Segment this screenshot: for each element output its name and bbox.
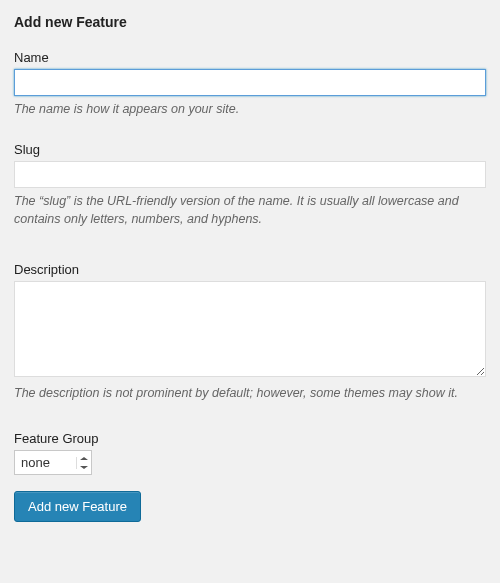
page-title: Add new Feature	[14, 14, 486, 30]
name-help-text: The name is how it appears on your site.	[14, 100, 486, 118]
description-label: Description	[14, 262, 486, 277]
name-label: Name	[14, 50, 486, 65]
slug-help-text: The “slug” is the URL-friendly version o…	[14, 192, 486, 228]
description-textarea[interactable]	[14, 281, 486, 377]
chevron-down-icon	[76, 457, 88, 469]
add-new-feature-button[interactable]: Add new Feature	[14, 491, 141, 522]
slug-label: Slug	[14, 142, 486, 157]
field-name: Name The name is how it appears on your …	[14, 50, 486, 118]
slug-input[interactable]	[14, 161, 486, 188]
field-feature-group: Feature Group none	[14, 431, 486, 475]
description-help-text: The description is not prominent by defa…	[14, 384, 486, 402]
feature-group-select[interactable]: none	[14, 450, 92, 475]
feature-group-selected: none	[21, 455, 50, 470]
name-input[interactable]	[14, 69, 486, 96]
field-slug: Slug The “slug” is the URL-friendly vers…	[14, 142, 486, 228]
feature-group-label: Feature Group	[14, 431, 486, 446]
field-description: Description The description is not promi…	[14, 262, 486, 402]
